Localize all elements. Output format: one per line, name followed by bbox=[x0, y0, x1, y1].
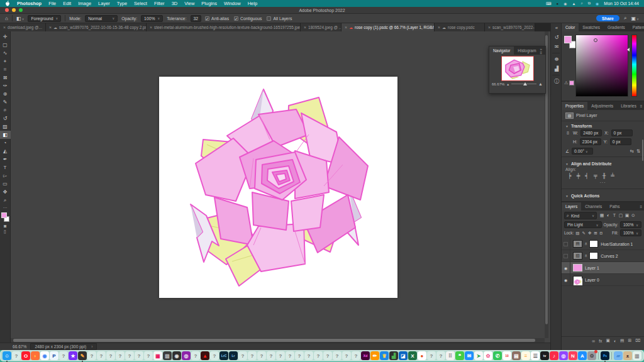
width-field[interactable]: 2480 px bbox=[580, 129, 602, 136]
layer-effects-icon[interactable]: fx bbox=[599, 339, 602, 343]
layer-visibility-toggle[interactable] bbox=[562, 250, 570, 261]
new-group-icon[interactable]: ▤ bbox=[620, 338, 624, 343]
layer-row-hue-saturation-1[interactable]: ▤8Hue/Saturation 1 bbox=[562, 238, 644, 250]
layers-tab-channels[interactable]: Channels bbox=[581, 202, 606, 211]
close-tab-icon[interactable]: × bbox=[3, 25, 6, 30]
frame-tool[interactable]: ⊠ bbox=[0, 74, 11, 82]
menu-photoshop[interactable]: Photoshop bbox=[17, 1, 42, 6]
paint-bucket-tool[interactable]: ◧ bbox=[0, 131, 11, 139]
foreground-color-well[interactable] bbox=[564, 36, 572, 43]
dock-paypal[interactable]: P bbox=[50, 351, 58, 360]
layer-mask-thumbnail[interactable] bbox=[589, 240, 598, 248]
dock-placeholder-app[interactable]: ? bbox=[210, 351, 219, 360]
link-layers-icon[interactable]: ∞ bbox=[592, 339, 595, 343]
spotlight-icon[interactable]: ⌕ bbox=[580, 1, 582, 6]
close-tab-icon[interactable]: × bbox=[150, 25, 152, 30]
menu-image[interactable]: Image bbox=[78, 1, 91, 6]
panel-menu-icon[interactable]: ≡ bbox=[640, 102, 644, 110]
wifi-icon[interactable]: ▲ bbox=[572, 2, 575, 6]
color-tab-color[interactable]: Color bbox=[562, 23, 579, 31]
layer-row-layer-0[interactable]: ◉Layer 0 bbox=[562, 274, 644, 286]
edit-toolbar-icon[interactable]: ⋯ bbox=[3, 206, 8, 211]
y-field[interactable]: 0 px bbox=[610, 138, 631, 145]
dodge-tool[interactable]: ◭ bbox=[0, 147, 11, 155]
layer-name[interactable]: Hue/Saturation 1 bbox=[601, 242, 633, 246]
document-canvas[interactable] bbox=[159, 77, 397, 298]
screen-mode-icon[interactable]: ▯ bbox=[4, 229, 6, 234]
flip-horizontal-icon[interactable]: ⇆ bbox=[630, 148, 633, 154]
filter-adjustment-icon[interactable]: ◐ bbox=[605, 213, 611, 218]
close-tab-icon[interactable]: × bbox=[49, 25, 52, 30]
brush-tool[interactable]: ✎ bbox=[0, 98, 11, 106]
dock-adobe-xd[interactable]: Xd bbox=[361, 351, 370, 360]
hue-slider[interactable] bbox=[631, 35, 637, 97]
navigator-zoom-value[interactable]: 66.67% bbox=[492, 82, 504, 86]
marquee-tool[interactable]: ▢ bbox=[0, 41, 11, 49]
info-icon[interactable]: ⓘ bbox=[551, 77, 562, 86]
dock-facetime[interactable]: ✆ bbox=[493, 351, 502, 360]
layer-visibility-toggle[interactable]: ◉ bbox=[562, 274, 570, 285]
properties-scrollbar[interactable] bbox=[642, 140, 643, 161]
lock-position-icon[interactable]: ✥ bbox=[588, 231, 591, 236]
app-status-icon[interactable]: ● bbox=[557, 2, 559, 6]
align-middle-icon[interactable]: ╫ bbox=[602, 173, 606, 178]
dock-placeholder-app[interactable]: ? bbox=[436, 351, 445, 360]
menu-view[interactable]: View bbox=[184, 1, 194, 6]
transform-section-header[interactable]: ▼Transform bbox=[562, 121, 644, 129]
dock-app-store[interactable]: A bbox=[578, 351, 587, 360]
workspace-switcher-icon[interactable]: ▣ ∨ bbox=[631, 16, 639, 21]
dock-placeholder-app[interactable]: ? bbox=[267, 351, 275, 360]
histogram-icon[interactable]: ▟ bbox=[551, 64, 562, 74]
dock-placeholder-app[interactable]: ? bbox=[87, 351, 96, 360]
navigator-icon[interactable]: ☸ bbox=[551, 55, 562, 64]
adjustment-layer-thumbnail[interactable]: ▧ bbox=[573, 252, 582, 260]
color-saturation-field[interactable] bbox=[575, 35, 628, 97]
filter-smart-icon[interactable]: ▣ bbox=[624, 213, 630, 218]
layer-row-layer-1[interactable]: ◉Layer 1 bbox=[562, 262, 644, 274]
align-more-button[interactable]: ··· bbox=[562, 180, 644, 187]
dock-placeholder-app[interactable]: ? bbox=[135, 351, 143, 360]
menu-plugins[interactable]: Plugins bbox=[201, 1, 217, 6]
layer-name[interactable]: Layer 0 bbox=[585, 278, 599, 282]
dock-placeholder-app[interactable]: ? bbox=[257, 351, 266, 360]
checkbox-box[interactable] bbox=[234, 16, 238, 21]
dock-paint-app[interactable]: ✎ bbox=[78, 351, 87, 360]
dock-placeholder-app[interactable]: ? bbox=[314, 351, 323, 360]
lasso-tool[interactable]: ∿ bbox=[0, 49, 11, 57]
dock-downloads-folder[interactable]: ▰ bbox=[614, 351, 623, 360]
checkbox-box[interactable] bbox=[205, 16, 209, 21]
quick-actions-header[interactable]: ▼Quick Actions bbox=[562, 191, 644, 201]
height-field[interactable]: 2304 px bbox=[580, 138, 601, 145]
dock-apple-tv[interactable]: tv bbox=[540, 351, 549, 360]
dock-messages[interactable]: ❝ bbox=[455, 351, 464, 360]
checkbox-anti-alias[interactable]: Anti-alias bbox=[205, 16, 229, 21]
dock-finder[interactable]: ☺ bbox=[3, 351, 11, 360]
opacity-select[interactable]: 100%∨ bbox=[141, 15, 163, 22]
menu-window[interactable]: Window bbox=[224, 1, 241, 6]
dock-trash[interactable]: ▥ bbox=[633, 351, 641, 360]
document-tab-0[interactable]: ×download.jpeg @... bbox=[0, 23, 46, 31]
color-swatches[interactable] bbox=[1, 212, 10, 222]
lock-artboard-icon[interactable]: ⊞ bbox=[594, 231, 597, 236]
dock-lightroom-classic[interactable]: LrC bbox=[219, 351, 228, 360]
lock-all-icon[interactable]: ◘ bbox=[600, 231, 602, 236]
color-tab-swatches[interactable]: Swatches bbox=[579, 23, 604, 31]
menu-type[interactable]: Type bbox=[117, 1, 127, 6]
dock-placeholder-app[interactable]: ? bbox=[191, 351, 200, 360]
navigator-zoom-slider[interactable] bbox=[511, 84, 536, 84]
dock-firefox[interactable]: ◗ bbox=[31, 351, 40, 360]
dock-music[interactable]: ♪ bbox=[550, 351, 558, 360]
menu-filter[interactable]: Filter bbox=[154, 1, 165, 6]
dock-lightroom[interactable]: Lr bbox=[229, 351, 238, 360]
lock-pixels-icon[interactable]: ✎ bbox=[582, 231, 585, 236]
dock-launchpad[interactable]: ⠿ bbox=[446, 351, 455, 360]
dock-placeholder-app[interactable]: ? bbox=[59, 351, 68, 360]
adjustment-layer-thumbnail[interactable]: ▤ bbox=[573, 240, 582, 248]
layer-thumbnail[interactable] bbox=[573, 276, 582, 283]
menu-3d[interactable]: 3D bbox=[172, 1, 178, 6]
x-field[interactable]: 0 px bbox=[611, 129, 633, 136]
dock-placeholder-app[interactable]: ? bbox=[342, 351, 351, 360]
dock-placeholder-app[interactable]: ? bbox=[286, 351, 294, 360]
fill-source-select[interactable]: Foreground∨ bbox=[28, 15, 61, 22]
pen-tool[interactable]: ✒ bbox=[0, 155, 11, 163]
